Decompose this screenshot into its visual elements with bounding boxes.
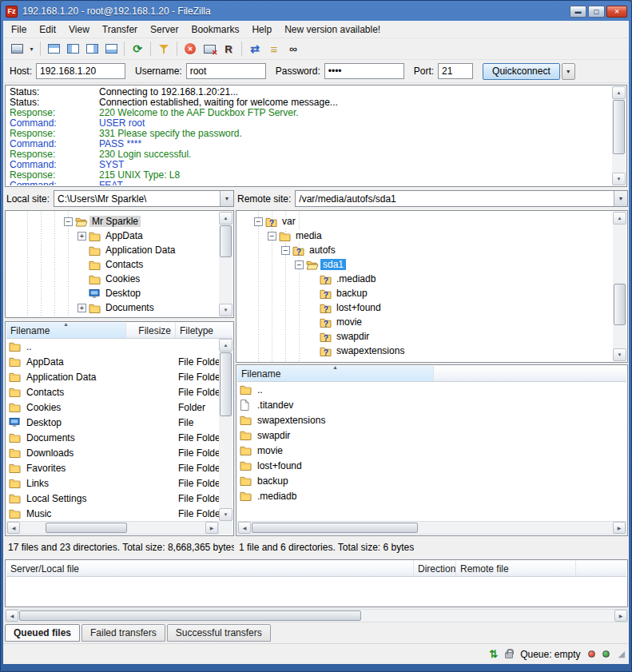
- log-scrollbar[interactable]: ▲ ▼: [612, 86, 626, 185]
- tree-item-cookies[interactable]: Cookies: [6, 272, 219, 286]
- tree-item-movie[interactable]: ?movie: [237, 315, 613, 329]
- tree-item-documents[interactable]: +Documents: [6, 300, 219, 315]
- menu-file[interactable]: File: [5, 22, 33, 38]
- site-manager-dropdown-icon[interactable]: [26, 40, 37, 58]
- local-site-combobox[interactable]: C:\Users\Mr Sparkle\ ▼: [54, 190, 234, 207]
- tab-successful-transfers[interactable]: Successful transfers: [167, 624, 271, 642]
- remote-site-combobox[interactable]: /var/media/autofs/sda1 ▼: [295, 190, 628, 207]
- expander-minus-icon[interactable]: −: [64, 217, 73, 226]
- scroll-left-icon[interactable]: ◀: [6, 610, 18, 622]
- toggle-message-log-icon[interactable]: [44, 40, 63, 58]
- scrollbar-thumb[interactable]: [46, 523, 127, 533]
- local-list-vscrollbar[interactable]: ▲ ▼: [219, 339, 233, 521]
- menu-help[interactable]: Help: [245, 22, 278, 38]
- directory-comparison-icon[interactable]: [245, 40, 264, 58]
- scrollbar-thumb[interactable]: [613, 100, 625, 154]
- tree-item-desktop[interactable]: Desktop: [6, 286, 219, 300]
- tree-item-dvd[interactable]: ?dvd: [237, 358, 613, 361]
- queue-hscrollbar[interactable]: ◀ ▶: [5, 609, 628, 622]
- file-row-appdata[interactable]: AppDataFile Folder: [6, 354, 219, 369]
- menu-transfer[interactable]: Transfer: [96, 22, 144, 38]
- scroll-right-icon[interactable]: ▶: [614, 610, 627, 622]
- file-row-documents[interactable]: DocumentsFile Folder: [6, 430, 219, 445]
- tree-item-swapdir[interactable]: ?swapdir: [237, 329, 613, 344]
- local-tree-scrollbar[interactable]: ▲ ▼: [219, 212, 233, 316]
- column-header-filename[interactable]: Filename ▲: [237, 366, 434, 381]
- column-header-remote-file[interactable]: Remote file: [456, 561, 576, 576]
- expander-minus-icon[interactable]: −: [295, 260, 304, 269]
- file-row-cookies[interactable]: CookiesFolder: [6, 400, 219, 415]
- chevron-down-icon[interactable]: ▼: [614, 191, 627, 206]
- title-bar[interactable]: Fz 192.168.1.20 - root@192.168.1.20 - Fi…: [3, 2, 629, 20]
- remote-list-hscrollbar[interactable]: ◀ ▶: [237, 521, 626, 535]
- expander-plus-icon[interactable]: +: [78, 232, 86, 241]
- tree-item-application-data[interactable]: Application Data: [6, 243, 219, 257]
- refresh-icon[interactable]: [128, 40, 147, 58]
- scroll-up-icon[interactable]: ▲: [219, 212, 233, 225]
- tree-item-contacts[interactable]: Contacts: [6, 257, 219, 272]
- file-row-downloads[interactable]: DownloadsFile Folder: [6, 445, 219, 460]
- tree-item-appdata[interactable]: +AppData: [6, 229, 219, 243]
- tree-item-var[interactable]: −?var: [237, 214, 613, 229]
- scrollbar-thumb[interactable]: [220, 352, 232, 416]
- file-row-lost-found[interactable]: lost+found: [237, 458, 626, 473]
- menu-view[interactable]: View: [62, 22, 96, 38]
- toggle-transfer-queue-icon[interactable]: [101, 40, 121, 58]
- file-row-up[interactable]: ..: [237, 382, 626, 397]
- scroll-up-icon[interactable]: ▲: [219, 339, 233, 352]
- file-row-movie[interactable]: movie: [237, 443, 626, 458]
- cancel-icon[interactable]: [181, 40, 200, 58]
- port-input[interactable]: [438, 63, 473, 79]
- remote-tree-scrollbar[interactable]: ▲ ▼: [613, 212, 626, 361]
- menu-edit[interactable]: Edit: [33, 22, 62, 38]
- filter-icon[interactable]: [154, 40, 173, 58]
- file-row-links[interactable]: LinksFile Folder: [6, 475, 219, 491]
- password-input[interactable]: [324, 63, 404, 79]
- column-header-filetype[interactable]: Filetype: [176, 323, 233, 338]
- tree-item-sda1[interactable]: −sda1: [237, 257, 613, 272]
- scroll-left-icon[interactable]: ◀: [7, 522, 20, 534]
- file-row-music[interactable]: MusicFile Folder: [6, 506, 219, 521]
- file-row-local-settings[interactable]: Local SettingsFile Folder: [6, 491, 219, 506]
- tree-item-mr-sparkle[interactable]: −Mr Sparkle: [6, 214, 219, 229]
- scrollbar-thumb[interactable]: [252, 523, 418, 533]
- site-manager-icon[interactable]: [7, 40, 26, 58]
- tree-item-lost-found[interactable]: ?lost+found: [237, 300, 613, 315]
- tree-item-swapextensions[interactable]: ?swapextensions: [237, 344, 613, 358]
- minimize-button[interactable]: ▬: [570, 6, 586, 18]
- column-header-filesize[interactable]: Filesize: [126, 323, 176, 338]
- disconnect-icon[interactable]: [200, 40, 219, 58]
- menu-server[interactable]: Server: [144, 22, 185, 38]
- scroll-down-icon[interactable]: ▼: [612, 173, 626, 185]
- scrollbar-thumb[interactable]: [19, 610, 361, 621]
- tree-item-autofs[interactable]: −?autofs: [237, 243, 613, 257]
- toggle-local-tree-icon[interactable]: [63, 40, 82, 58]
- file-row-mediadb[interactable]: .mediadb: [237, 488, 626, 503]
- expander-plus-icon[interactable]: +: [78, 304, 86, 312]
- resize-grip[interactable]: ◢: [618, 649, 625, 659]
- file-row-swapdir[interactable]: swapdir: [237, 427, 626, 443]
- file-row-favorites[interactable]: FavoritesFile Folder: [6, 460, 219, 475]
- column-header-server-local-file[interactable]: Server/Local file: [6, 561, 414, 576]
- tab-failed-transfers[interactable]: Failed transfers: [81, 624, 165, 642]
- tree-item-backup[interactable]: ?backup: [237, 286, 613, 300]
- scroll-left-icon[interactable]: ◀: [238, 522, 251, 534]
- file-row-swapextensions[interactable]: swapextensions: [237, 412, 626, 427]
- scroll-down-icon[interactable]: ▼: [219, 508, 233, 521]
- maximize-button[interactable]: ▢: [588, 6, 605, 18]
- column-header-filename[interactable]: Filename ▲: [6, 323, 126, 338]
- local-list-hscrollbar[interactable]: ◀ ▶: [6, 521, 219, 535]
- file-row-backup[interactable]: backup: [237, 473, 626, 488]
- quickconnect-button[interactable]: Quickconnect: [483, 63, 560, 80]
- scroll-up-icon[interactable]: ▲: [613, 212, 626, 225]
- tree-item-mediadb[interactable]: ?.mediadb: [237, 272, 613, 286]
- file-row-contacts[interactable]: ContactsFile Folder: [6, 384, 219, 400]
- menu-new-version-available[interactable]: New version available!: [278, 22, 387, 38]
- scroll-right-icon[interactable]: ▶: [613, 522, 626, 534]
- file-row-titandev[interactable]: .titandev: [237, 397, 626, 412]
- scroll-up-icon[interactable]: ▲: [612, 86, 626, 99]
- find-files-icon[interactable]: [284, 40, 303, 58]
- quickconnect-dropdown-button[interactable]: ▼: [562, 63, 575, 80]
- scroll-down-icon[interactable]: ▼: [613, 348, 626, 361]
- tree-item-media[interactable]: −media: [237, 229, 613, 243]
